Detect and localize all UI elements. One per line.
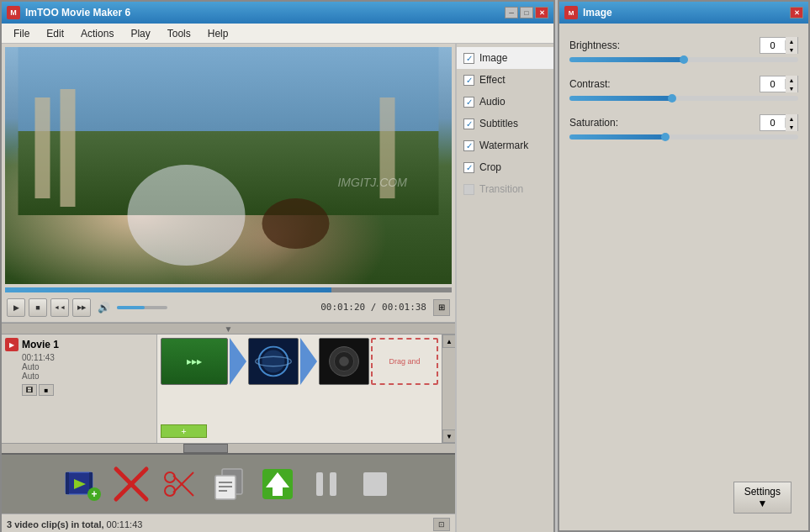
status-text: 3 video clip(s) in total, 00:11:43 [7,519,142,529]
saturation-slider[interactable] [569,134,798,140]
svg-line-28 [173,476,193,496]
prev-button[interactable]: ◄◄ [50,298,69,317]
content-area: IMGITJ.COM ▶ ■ ◄◄ ▶▶ 🔊 00:01:20 / [2,44,553,532]
pause-button[interactable] [305,463,347,505]
image-panel-icon: M [564,6,578,19]
export-button[interactable] [257,463,299,505]
contrast-label: Contrast: [569,78,611,90]
track-duration: 00:11:43 [22,353,153,362]
video-panel: IMGITJ.COM ▶ ■ ◄◄ ▶▶ 🔊 00:01:20 / [2,44,455,532]
video-frame: IMGITJ.COM [5,47,452,284]
remove-button[interactable] [110,463,152,505]
clip-item-3[interactable] [319,338,369,385]
clip-item-1[interactable]: ▶▶▶ [161,338,228,385]
brightness-slider[interactable] [569,57,798,62]
scrollbar-thumb[interactable] [183,444,229,453]
effect-checkbox-effect[interactable] [463,75,474,86]
effect-item-watermark[interactable]: Watermark [457,134,553,156]
effect-item-effect[interactable]: Effect [457,69,553,91]
timeline-scrollbar-v[interactable]: ▲ ▼ [442,334,455,443]
brightness-arrows[interactable]: ▲ ▼ [786,37,797,54]
scroll-down-btn[interactable]: ▼ [442,429,455,443]
saturation-arrows[interactable]: ▲ ▼ [786,114,797,131]
saturation-fill [569,134,665,140]
effect-checkbox-crop[interactable] [463,162,474,173]
collapse-handle[interactable]: ▼ [2,323,455,334]
svg-point-16 [339,356,349,366]
effect-label-crop: Crop [479,161,501,173]
contrast-slider[interactable] [569,96,798,101]
add-video-button[interactable]: + [61,463,103,505]
effect-label-watermark: Watermark [479,140,528,151]
effect-item-subtitles[interactable]: Subtitles [457,113,553,134]
effect-item-audio[interactable]: Audio [457,91,553,113]
contrast-thumb[interactable] [668,94,676,103]
close-button[interactable]: ✕ [535,7,548,18]
add-track-button[interactable]: + [161,424,207,438]
contrast-arrows[interactable]: ▲ ▼ [786,76,797,92]
svg-rect-19 [66,472,69,494]
menu-play[interactable]: Play [122,25,158,42]
minimize-button[interactable]: ─ [505,7,518,18]
drag-drop-area[interactable]: Drag and [371,338,438,385]
settings-label: Settings ▼ [744,486,781,509]
image-panel-close[interactable]: ✕ [790,7,803,18]
status-icon[interactable]: ⊡ [433,518,450,531]
maximize-button[interactable]: □ [520,7,533,18]
clip-item-2[interactable] [248,338,299,385]
effect-item-crop[interactable]: Crop [457,156,553,178]
video-preview: IMGITJ.COM [5,47,452,284]
scroll-up-btn[interactable]: ▲ [442,334,455,348]
saturation-up[interactable]: ▲ [786,114,797,123]
split-button[interactable] [159,463,201,505]
saturation-thumb[interactable] [661,133,670,141]
brightness-up[interactable]: ▲ [786,37,797,45]
brightness-down[interactable]: ▼ [786,45,797,54]
track-filmstrip-icon[interactable]: 🎞 [22,384,37,396]
svg-point-10 [262,350,284,372]
track-info2: Auto [22,371,153,381]
bottom-toolbar: + [2,453,455,514]
contrast-down[interactable]: ▼ [786,84,797,92]
contrast-up[interactable]: ▲ [786,76,797,84]
next-button[interactable]: ▶▶ [72,298,91,317]
effect-checkbox-image[interactable] [463,53,474,64]
settings-button[interactable]: Settings ▼ [733,482,791,514]
time-separator: / [371,302,382,313]
volume-fill [117,306,145,309]
menu-file[interactable]: File [5,25,38,42]
stop-button[interactable]: ■ [29,298,47,317]
effect-checkbox-subtitles[interactable] [463,119,474,129]
image-settings-panel: M Image ✕ Brightness: 0 ▲ ▼ [558,0,810,532]
menu-tools[interactable]: Tools [159,25,199,42]
effect-checkbox-watermark[interactable] [463,140,474,151]
track-header: ▶ Movie 1 00:11:43 Auto Auto 🎞 ■ [2,334,157,443]
status-duration: 00:11:43 [107,519,143,529]
track-color-icon[interactable]: ■ [39,384,54,396]
volume-slider[interactable] [117,306,167,309]
menu-edit[interactable]: Edit [38,25,72,42]
timeline-scrollbar-h[interactable] [2,443,455,453]
expand-button[interactable]: ⊞ [433,299,450,316]
menu-help[interactable]: Help [199,25,237,42]
effect-item-transition[interactable]: Transition [457,178,553,200]
total-time: 00:01:38 [382,302,426,313]
effect-checkbox-transition[interactable] [463,184,474,195]
play-button[interactable]: ▶ [7,298,25,317]
contrast-value: 0 [760,79,786,89]
menu-actions[interactable]: Actions [72,25,122,42]
brightness-row: Brightness: 0 ▲ ▼ [569,37,798,62]
track-icon: ▶ [5,338,19,351]
timeline-wrapper: ▶ Movie 1 00:11:43 Auto Auto 🎞 ■ [2,334,455,453]
svg-rect-32 [215,476,236,499]
contrast-fill [569,96,672,101]
copy-button[interactable] [208,463,250,505]
effect-item-image[interactable]: Image [457,47,553,69]
menu-bar: File Edit Actions Play Tools Help [2,24,553,44]
brightness-thumb[interactable] [680,55,688,64]
saturation-down[interactable]: ▼ [786,123,797,131]
effect-label-audio: Audio [479,96,506,108]
transition-2 [300,338,317,385]
effect-checkbox-audio[interactable] [463,97,474,108]
stop-button-toolbar[interactable] [354,463,396,505]
